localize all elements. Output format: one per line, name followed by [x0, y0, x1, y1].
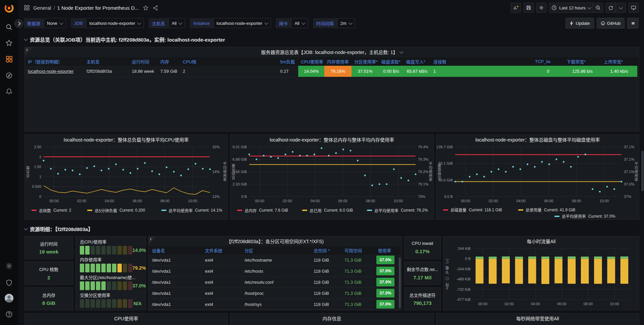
- legend-item[interactable]: 总平均使用率Current: 37.0%: [554, 213, 615, 219]
- panel-title[interactable]: localhost-node-exporter：整体总内存与整体平均内存使用率: [230, 135, 433, 144]
- legend-item[interactable]: 总5分钟负载Current: 0.200: [87, 208, 145, 213]
- column-header[interactable]: 5m负载: [277, 58, 298, 65]
- refresh-button[interactable]: [606, 3, 616, 13]
- overview-header-row: IP（链接到明细）主机名运行时间内存CPU核5m负载CPU使用率内存使用率分区使…: [25, 57, 639, 66]
- svg-text:04:00: 04:00: [105, 199, 114, 203]
- variable-value-dropdown[interactable]: 2m: [337, 18, 355, 28]
- panel-title[interactable]: localhost-node-exporter：整体总磁盘与整体平均磁盘使用率: [436, 135, 639, 144]
- starred-icon[interactable]: [5, 39, 13, 47]
- column-header[interactable]: 上传带宽*: [601, 58, 637, 65]
- column-header[interactable]: 总空间 ^: [311, 247, 341, 254]
- table-cell: 7.59 GiB: [158, 66, 180, 77]
- column-header[interactable]: 可用空间: [341, 247, 375, 254]
- stat-title: CPU iowait: [412, 241, 433, 246]
- usage-cell: 37.0%: [376, 256, 394, 264]
- legend-item[interactable]: 总使用量Current: 41.9 GiB: [518, 207, 575, 213]
- panel-info-corner[interactable]: [25, 47, 33, 55]
- settings-gear-icon[interactable]: [5, 262, 13, 270]
- grafana-logo-icon[interactable]: [4, 3, 14, 13]
- github-button[interactable]: GitHub: [597, 18, 625, 29]
- dashboards-icon[interactable]: [5, 55, 13, 63]
- panel-title[interactable]: 服务器资源总览表【JOB: localhost-node-exporter，主机…: [25, 47, 639, 57]
- column-header[interactable]: 内存: [158, 58, 180, 65]
- panel-info-corner[interactable]: [149, 236, 157, 245]
- column-header[interactable]: 使用率: [375, 247, 396, 254]
- svg-text:00:00: 00:00: [49, 199, 59, 203]
- column-header[interactable]: IP（链接到明细）: [25, 58, 84, 65]
- memory-chart[interactable]: 9.31 GiB6.98 GiB4.66 GiB2.33 GiB0 B79.4%…: [230, 144, 432, 205]
- column-header[interactable]: 设备名: [149, 247, 202, 254]
- column-header[interactable]: 分区: [241, 247, 311, 254]
- legend-item[interactable]: 总已用Current: 6.0 GiB: [302, 208, 353, 213]
- save-dashboard-button[interactable]: [524, 3, 534, 13]
- dashboard-title[interactable]: 1 Node Exporter for Prometheus D...: [57, 5, 139, 11]
- variable-value-dropdown[interactable]: localhost-node-exporter: [86, 18, 144, 28]
- variable-value-dropdown[interactable]: None: [44, 18, 66, 28]
- update-button[interactable]: Update: [566, 18, 594, 29]
- legend-item[interactable]: 总平均使用率Current: 14.1%: [161, 208, 222, 213]
- time-range-label: Last 12 hours: [559, 5, 586, 10]
- security-shield-icon[interactable]: [5, 279, 13, 286]
- panel-title[interactable]: localhost-node-exporter：整体总负载与整体平均CPU使用率: [25, 135, 227, 144]
- column-header[interactable]: 主机名: [84, 58, 129, 65]
- table-scrollbar[interactable]: [399, 257, 401, 308]
- legend-item[interactable]: 总内存Current: 7.6 GiB: [237, 208, 288, 213]
- variable-value-dropdown[interactable]: localhost-node-exporter: [213, 18, 271, 28]
- add-panel-button[interactable]: [511, 3, 521, 13]
- variable-label: 网卡: [276, 18, 291, 28]
- panel-title[interactable]: 每秒网络带宽使用All: [436, 314, 639, 323]
- sidebar-expand-button[interactable]: [14, 19, 23, 28]
- column-header[interactable]: 下载带宽*: [564, 58, 601, 65]
- disk-chart[interactable]: 139.7 GiB93.1 GiB46.6 GiB0.0 B37.1%37.1%…: [436, 144, 638, 205]
- table-cell[interactable]: localhost-node-exporter: [25, 66, 84, 77]
- row-header-overview[interactable]: 资源总览（关联JOB项）当前选中主机: f2ff208d803a，实例: loc…: [24, 35, 639, 44]
- legend-item[interactable]: 总平均使用率Current: 79.2%: [367, 208, 428, 213]
- gauge-cell: [123, 281, 127, 290]
- column-header[interactable]: 分区使用率*: [352, 58, 379, 65]
- alerting-bell-icon[interactable]: [5, 88, 13, 95]
- breadcrumb-folder[interactable]: General: [33, 5, 51, 11]
- user-avatar[interactable]: [5, 294, 13, 303]
- panel-menu-button[interactable]: [627, 18, 639, 29]
- panel-server-overview-table: i 服务器资源总览表【JOB: localhost-node-exporter，…: [24, 47, 639, 131]
- column-header[interactable]: 连接数: [431, 58, 532, 65]
- gauge-value: 37.0%: [132, 283, 146, 288]
- variable-value-dropdown[interactable]: All: [291, 18, 308, 28]
- column-header[interactable]: 运行时间: [129, 58, 158, 65]
- panel-title[interactable]: 内存信息: [230, 314, 433, 323]
- panel-title[interactable]: CPU使用率: [25, 314, 227, 323]
- explore-icon[interactable]: [5, 72, 13, 79]
- column-header[interactable]: 磁盘读取*: [379, 58, 404, 65]
- panel-title[interactable]: 每小时流量All: [443, 236, 639, 246]
- svg-text:139.7 GiB: 139.7 GiB: [436, 145, 453, 149]
- column-header[interactable]: 内存使用率: [324, 58, 352, 65]
- panel-cpu-usage: CPU使用率: [24, 313, 228, 325]
- column-header[interactable]: CPU核: [180, 58, 277, 65]
- legend-item[interactable]: 总磁盘量Current: 118.1 GiB: [443, 207, 502, 213]
- column-header[interactable]: TCP_tw: [532, 59, 564, 64]
- column-header[interactable]: 文件系统: [202, 247, 241, 254]
- search-icon[interactable]: [5, 23, 13, 31]
- column-header[interactable]: CPU使用率: [298, 58, 324, 65]
- panel-title[interactable]: 【f2ff208d803a】：各分区可用空间(EXT.*/XFS): [149, 236, 401, 246]
- dashboard-settings-button[interactable]: [536, 3, 546, 13]
- star-dashboard-icon[interactable]: [143, 5, 149, 11]
- table-cell: /host/proc: [241, 291, 311, 296]
- refresh-interval-dropdown[interactable]: [616, 3, 626, 13]
- table-cell: 65.67 kB/s: [404, 66, 431, 77]
- help-icon[interactable]: [5, 311, 13, 318]
- share-icon[interactable]: [153, 5, 158, 11]
- zoom-out-time-button[interactable]: [593, 3, 603, 13]
- tv-mode-button[interactable]: [629, 3, 639, 13]
- column-header[interactable]: 磁盘写入*: [404, 58, 431, 65]
- legend-item[interactable]: 总核数Current: 2: [32, 208, 71, 213]
- cpu-load-chart[interactable]: 2.5021.5010.500015%14%13%00:0002:0004:00…: [25, 144, 226, 205]
- graphs-row: localhost-node-exporter：整体总负载与整体平均CPU使用率…: [24, 134, 639, 220]
- variable-datasource: 数据源 None: [24, 18, 66, 28]
- svg-text:08:00: 08:00: [572, 199, 581, 203]
- time-range-picker[interactable]: Last 12 hours: [549, 3, 593, 13]
- hourly-traffic-chart[interactable]: 244 KiB0 B-244 KiB-488 KiB-732 KiB-977 K…: [443, 246, 636, 308]
- row-header-detail[interactable]: 资源明细：【f2ff208d803a】: [24, 224, 639, 233]
- page-scrollbar[interactable]: [641, 151, 644, 191]
- variable-value-dropdown[interactable]: All: [168, 18, 185, 28]
